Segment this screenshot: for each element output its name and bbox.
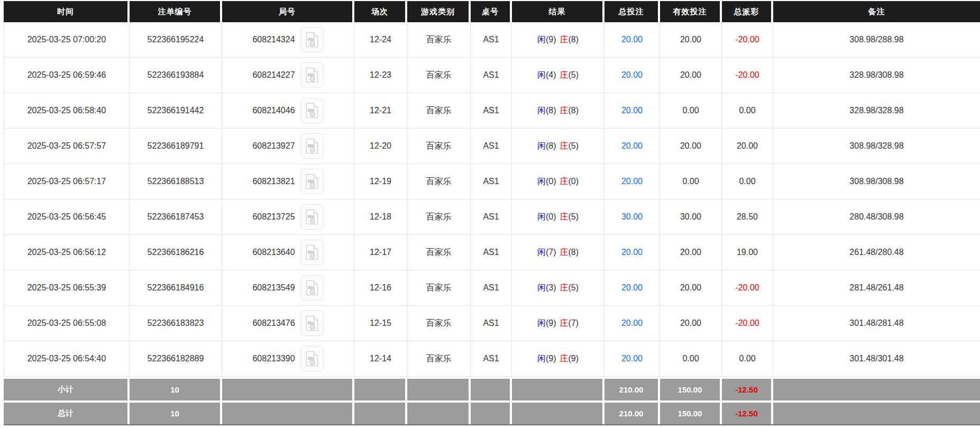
- cell-remark: 308.98/328.98: [773, 129, 980, 163]
- cell-valid-bet: 20.00: [660, 129, 722, 163]
- banker-label: 庄: [560, 70, 569, 81]
- column-header-valid-bet: 有效投注: [660, 1, 722, 22]
- cell-time: 2025-03-25 07:00:20: [4, 22, 130, 57]
- summary-empty-cell: [512, 379, 605, 400]
- cell-result: 闲(9) 庄(7): [512, 306, 605, 341]
- column-header-total-bet: 总投注: [605, 1, 660, 22]
- cell-total-payout: 19.00: [722, 235, 773, 270]
- player-label: 闲: [537, 141, 546, 152]
- cell-time: 2025-03-25 06:55:08: [4, 306, 130, 341]
- round-number: 608214046: [252, 106, 295, 115]
- cell-round-number: 608213549: [222, 270, 354, 305]
- cell-time: 2025-03-25 06:55:39: [4, 270, 130, 305]
- cell-result: 闲(8) 庄(5): [512, 129, 605, 163]
- summary-empty-cell: [773, 379, 980, 400]
- cell-total-bet: 30.00: [605, 199, 660, 234]
- cell-remark: 301.48/301.48: [773, 341, 980, 376]
- cell-round-number: 608214324: [222, 22, 354, 57]
- cell-time: 2025-03-25 06:59:46: [4, 58, 130, 93]
- player-label: 闲: [537, 70, 546, 81]
- player-label: 闲: [537, 212, 546, 223]
- cell-time: 2025-03-25 06:57:17: [4, 164, 130, 199]
- cell-result: 闲(9) 庄(8): [512, 22, 605, 57]
- player-score: (7): [546, 248, 556, 257]
- summary-empty-cell: [222, 403, 354, 424]
- summary-valid-bet: 150.00: [660, 403, 722, 424]
- player-score: (8): [546, 106, 556, 115]
- cell-result: 闲(4) 庄(5): [512, 58, 605, 93]
- cell-bet-number: 522366186216: [130, 235, 222, 270]
- video-replay-button[interactable]: [300, 204, 324, 230]
- player-score: (0): [546, 177, 556, 186]
- video-replay-button[interactable]: [300, 346, 324, 371]
- cell-session: 12-17: [354, 235, 407, 270]
- player-score: (3): [546, 283, 556, 293]
- summary-label: 总计: [4, 403, 130, 424]
- summary-valid-bet: 150.00: [660, 379, 722, 400]
- round-number: 608213725: [252, 212, 295, 222]
- summary-empty-cell: [773, 403, 980, 424]
- video-replay-button[interactable]: [300, 98, 324, 123]
- cell-bet-number: 522366184916: [130, 270, 222, 305]
- video-replay-button[interactable]: [300, 27, 324, 52]
- player-label: 闲: [537, 176, 546, 187]
- cell-bet-number: 522366189791: [130, 129, 222, 163]
- video-file-icon: [305, 32, 319, 48]
- video-file-icon: [305, 351, 319, 367]
- cell-session: 12-23: [354, 58, 407, 93]
- summary-empty-cell: [407, 379, 471, 400]
- table-bottom-border: [4, 424, 980, 425]
- table-row: 2025-03-25 06:56:45 522366187453 6082137…: [4, 199, 980, 235]
- cell-game-type: 百家乐: [407, 341, 471, 376]
- cell-session: 12-21: [354, 93, 407, 128]
- table-row: 2025-03-25 07:00:20 522366195224 6082143…: [4, 22, 980, 58]
- video-replay-button[interactable]: [300, 169, 324, 194]
- cell-result: 闲(3) 庄(5): [512, 270, 605, 305]
- cell-total-payout: -20.00: [722, 306, 773, 341]
- cell-total-bet: 20.00: [605, 270, 660, 305]
- cell-session: 12-14: [354, 341, 407, 376]
- column-header-game-type: 游戏类别: [407, 1, 471, 22]
- summary-empty-cell: [512, 403, 605, 424]
- cell-valid-bet: 20.00: [660, 22, 722, 57]
- round-number: 608213640: [252, 248, 295, 257]
- cell-table-number: AS1: [471, 270, 512, 305]
- cell-round-number: 608213821: [222, 164, 354, 199]
- banker-score: (5): [569, 141, 579, 151]
- video-replay-button[interactable]: [300, 62, 324, 88]
- cell-table-number: AS1: [471, 341, 512, 376]
- cell-table-number: AS1: [471, 235, 512, 270]
- banker-label: 庄: [560, 353, 569, 365]
- round-number: 608214324: [252, 35, 295, 44]
- video-replay-button[interactable]: [300, 240, 324, 265]
- cell-game-type: 百家乐: [407, 270, 471, 305]
- banker-score: (7): [569, 318, 579, 328]
- banker-score: (5): [569, 212, 579, 222]
- cell-game-type: 百家乐: [407, 306, 471, 341]
- cell-session: 12-16: [354, 270, 407, 305]
- banker-label: 庄: [560, 141, 569, 152]
- banker-score: (5): [569, 70, 579, 80]
- table-summary: 小计 10 210.00 150.00 -12.50 总计 10 210.00 …: [4, 379, 980, 424]
- cell-game-type: 百家乐: [407, 93, 471, 128]
- cell-total-bet: 20.00: [605, 306, 660, 341]
- cell-table-number: AS1: [471, 199, 512, 234]
- summary-label: 小计: [4, 379, 130, 400]
- cell-table-number: AS1: [471, 93, 512, 128]
- banker-score: (8): [569, 248, 579, 257]
- video-file-icon: [305, 67, 319, 83]
- cell-valid-bet: 20.00: [660, 58, 722, 93]
- cell-time: 2025-03-25 06:58:40: [4, 93, 130, 128]
- cell-table-number: AS1: [471, 22, 512, 57]
- video-replay-button[interactable]: [300, 275, 324, 300]
- table-row: 2025-03-25 06:55:39 522366184916 6082135…: [4, 270, 980, 306]
- cell-table-number: AS1: [471, 58, 512, 93]
- cell-remark: 280.48/308.98: [773, 199, 980, 234]
- cell-valid-bet: 0.00: [660, 164, 722, 199]
- cell-result: 闲(0) 庄(5): [512, 199, 605, 234]
- video-replay-button[interactable]: [300, 133, 324, 159]
- cell-remark: 308.98/288.98: [773, 22, 980, 57]
- player-score: (4): [546, 70, 556, 80]
- video-file-icon: [305, 280, 319, 296]
- video-replay-button[interactable]: [300, 311, 324, 336]
